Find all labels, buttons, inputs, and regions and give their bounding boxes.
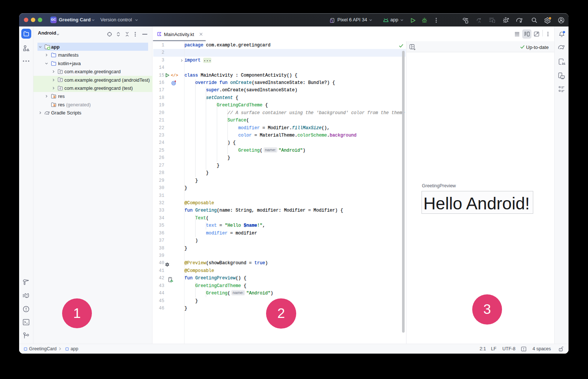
svg-text:A: A <box>478 19 481 23</box>
